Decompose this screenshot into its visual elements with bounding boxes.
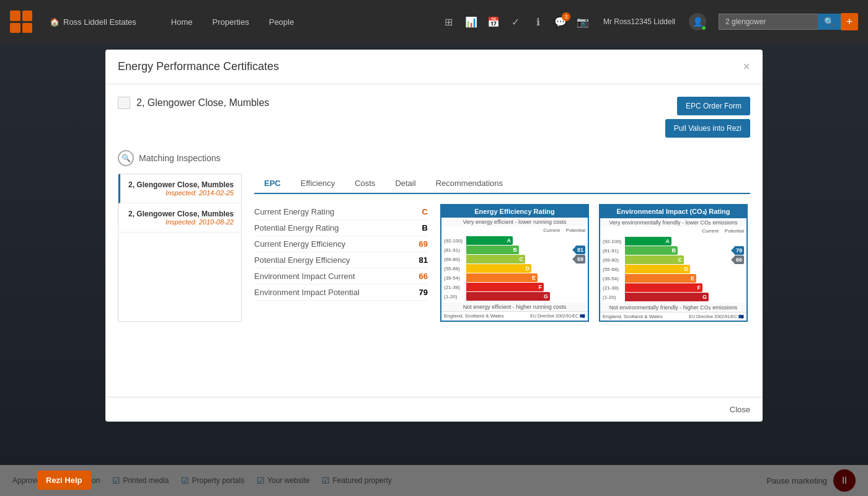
chart1-row-b: (81-91) B 81 (444, 246, 569, 254)
check-icon[interactable]: ✓ (509, 15, 523, 29)
chart1-indicator-c: 69 (572, 255, 585, 264)
chart2-bar-c: C (625, 255, 684, 264)
chart1-bar-f: F (466, 283, 544, 291)
chart2-bar-a: A (625, 237, 671, 246)
chart1-footer-right: EU Directive 2002/91/EC 🇪🇺 (530, 314, 585, 319)
chart2-footer-left: England, Scotland & Wales (603, 314, 663, 319)
chart2-range-a: (92-100) (603, 239, 625, 244)
chart1-footer: England, Scotland & Wales EU Directive 2… (441, 311, 588, 320)
chart-icon[interactable]: 📊 (464, 15, 478, 29)
nav-properties[interactable]: Properties (202, 12, 259, 32)
property-actions: EPC Order Form Pull Values into Rezi (665, 97, 750, 138)
chart2-bar-e: E (625, 274, 696, 283)
chart1-row-a: (92-100) A (444, 236, 569, 245)
logo (10, 11, 32, 33)
chart2-title: Environmental Impact (CO₂) Rating (600, 205, 746, 218)
tab-efficiency[interactable]: Efficiency (291, 174, 345, 194)
chart2-bar-f: F (625, 283, 702, 292)
chart2-range-f: (21-38) (603, 285, 625, 291)
modal-header: Energy Performance Certificates × (105, 50, 763, 84)
epc-tabs: EPC Efficiency Costs Detail Recommendati… (254, 174, 750, 194)
search-input[interactable] (719, 14, 818, 30)
epc-value-3: 81 (419, 255, 428, 265)
chart1-indicator-b: 81 (572, 246, 585, 254)
chart2-row-g: (1-20) G (603, 293, 728, 301)
user-avatar[interactable]: 👤 (689, 13, 706, 30)
property-address: 2, Glengower Close, Mumbles (136, 97, 269, 108)
chart1-row-d: (55-68) D (444, 264, 569, 273)
tab-costs[interactable]: Costs (345, 174, 385, 194)
modal-overlay: Energy Performance Certificates × 2, Gle… (0, 43, 868, 496)
rezi-help-button[interactable]: Rezi Help (37, 471, 91, 490)
chart2-row-e: (39-54) E (603, 274, 728, 283)
close-modal-button[interactable]: Close (730, 405, 750, 414)
chart2-indicator-b-value: 79 (734, 246, 744, 255)
property-icon[interactable]: ⊞ (442, 15, 456, 29)
chart1-desc-top: Very energy efficient - lower running co… (441, 218, 588, 226)
chart1-rows: (92-100) A (81-91) B 81 (441, 234, 588, 303)
inspection-address-1: 2, Glengower Close, Mumbles (126, 210, 234, 218)
environmental-impact-chart: Environmental Impact (CO₂) Rating Very e… (599, 204, 748, 322)
inspections-list: 2, Glengower Close, Mumbles Inspected: 2… (118, 174, 242, 322)
chart1-title: Energy Efficiency Rating (441, 205, 588, 218)
modal-close-button[interactable]: × (743, 60, 750, 74)
top-nav: 🏠 Ross Liddell Estates Home Properties P… (0, 0, 868, 43)
chart2-range-e: (39-54) (603, 276, 625, 281)
epc-panel: EPC Efficiency Costs Detail Recommendati… (242, 174, 750, 322)
chart2-row-c: (69-80) C 66 (603, 255, 728, 264)
brand-icon: 🏠 (50, 17, 60, 27)
search-circle-icon: 🔍 (118, 150, 134, 166)
chart1-range-f: (21-38) (444, 285, 466, 290)
search-bar: 🔍 + (719, 13, 858, 30)
search-button[interactable]: 🔍 (818, 14, 841, 30)
camera-icon[interactable]: 📷 (576, 15, 590, 29)
chart2-col-headers: Current Potential (600, 227, 746, 235)
chart2-desc-bottom: Not environmentally friendly - higher CO… (600, 303, 746, 312)
chart1-bar-e: E (466, 273, 538, 282)
chart1-bar-a: A (466, 236, 513, 245)
epc-label-1: Potential Energy Rating (254, 223, 339, 232)
chart1-range-b: (81-91) (444, 247, 466, 253)
nav-people[interactable]: People (259, 12, 304, 32)
add-button[interactable]: + (841, 13, 858, 30)
chart1-range-a: (92-100) (444, 238, 466, 244)
tab-detail[interactable]: Detail (385, 174, 425, 194)
pull-values-button[interactable]: Pull Values into Rezi (665, 119, 750, 138)
chart1-row-f: (21-38) F (444, 283, 569, 291)
inspection-item-1[interactable]: 2, Glengower Close, Mumbles Inspected: 2… (118, 203, 241, 232)
message-icon[interactable]: 💬 (554, 15, 567, 29)
inspection-item-0[interactable]: 2, Glengower Close, Mumbles Inspected: 2… (118, 174, 241, 203)
chart2-col-potential: Potential (725, 228, 744, 234)
epc-modal: Energy Performance Certificates × 2, Gle… (105, 50, 763, 422)
chart1-col-current: Current (543, 228, 560, 233)
info-icon[interactable]: ℹ (531, 15, 545, 29)
chart2-range-c: (69-80) (603, 257, 625, 263)
inspection-address-0: 2, Glengower Close, Mumbles (128, 180, 234, 189)
matching-label: Matching Inspections (139, 153, 221, 163)
chart1-row-c: (69-80) C 69 (444, 255, 569, 264)
chart1-range-c: (69-80) (444, 257, 466, 262)
epc-value-4: 66 (419, 272, 428, 281)
chart2-bar-g: G (625, 293, 709, 301)
nav-icons: ⊞ 📊 📅 ✓ ℹ 💬 📷 Mr Ross12345 Liddell 👤 (442, 13, 706, 30)
chart2-rows: (92-100) A (81-91) B 79 (600, 235, 746, 303)
energy-efficiency-chart: Energy Efficiency Rating Very energy eff… (440, 204, 589, 322)
epc-row-3: Potential Energy Efficiency 81 (254, 252, 428, 268)
epc-content: Current Energy Rating C Potential Energy… (254, 204, 750, 322)
calendar-icon[interactable]: 📅 (487, 15, 500, 29)
chart1-col-headers: Current Potential (441, 226, 588, 234)
epc-row-1: Potential Energy Rating B (254, 220, 428, 236)
inspection-date-1: Inspected: 2010-08-22 (126, 218, 234, 226)
chart1-bar-d: D (466, 264, 531, 273)
chart2-row-f: (21-38) F (603, 283, 728, 292)
tab-epc[interactable]: EPC (254, 174, 291, 194)
chart1-range-d: (55-68) (444, 266, 466, 272)
epc-row-2: Current Energy Efficiency 69 (254, 236, 428, 252)
chart2-bar-d: D (625, 265, 690, 273)
chart1-indicator-c-value: 69 (575, 255, 585, 264)
epc-charts: Energy Efficiency Rating Very energy eff… (440, 204, 748, 322)
modal-footer: Close (105, 397, 763, 422)
nav-home[interactable]: Home (161, 12, 203, 32)
epc-order-form-button[interactable]: EPC Order Form (677, 97, 750, 115)
tab-recommendations[interactable]: Recommendations (426, 174, 513, 194)
